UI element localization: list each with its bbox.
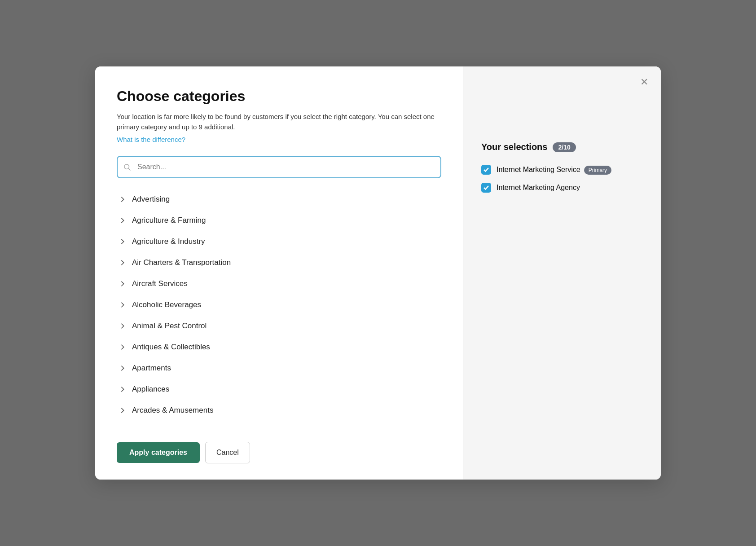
- selection-label: Internet Marketing Service: [497, 166, 580, 173]
- category-item[interactable]: Agriculture & Industry: [117, 231, 441, 252]
- category-item[interactable]: Arcades & Amusements: [117, 400, 441, 421]
- modal-footer: Apply categories Cancel: [117, 431, 441, 463]
- search-container: [117, 156, 441, 178]
- primary-badge: Primary: [584, 166, 611, 175]
- category-item[interactable]: Appliances: [117, 379, 441, 400]
- category-item[interactable]: Animal & Pest Control: [117, 316, 441, 337]
- modal-right-panel: ✕ Your selections 2/10 Internet Marketin…: [463, 66, 661, 480]
- category-item[interactable]: Advertising: [117, 189, 441, 210]
- category-item[interactable]: Aircraft Services: [117, 273, 441, 295]
- modal-left-panel: Choose categories Your location is far m…: [95, 66, 463, 480]
- search-input[interactable]: [117, 156, 441, 178]
- svg-line-1: [128, 168, 130, 170]
- modal-title: Choose categories: [117, 88, 441, 105]
- category-label: Arcades & Amusements: [132, 406, 213, 415]
- what-is-link[interactable]: What is the difference?: [117, 136, 441, 143]
- category-label: Animal & Pest Control: [132, 321, 207, 330]
- category-label: Alcoholic Beverages: [132, 300, 201, 309]
- chevron-right-icon: [120, 386, 125, 392]
- selection-checkbox[interactable]: [481, 165, 491, 175]
- category-label: Apartments: [132, 364, 171, 373]
- apply-button[interactable]: Apply categories: [117, 442, 200, 463]
- category-label: Aircraft Services: [132, 279, 188, 288]
- chevron-right-icon: [120, 281, 125, 287]
- chevron-right-icon: [120, 260, 125, 266]
- modal-overlay: Choose categories Your location is far m…: [90, 57, 666, 489]
- modal-dialog: Choose categories Your location is far m…: [95, 66, 661, 480]
- chevron-right-icon: [120, 196, 125, 203]
- selections-title: Your selections: [481, 142, 547, 152]
- modal-description: Your location is far more likely to be f…: [117, 112, 441, 132]
- selections-header: Your selections 2/10: [481, 142, 643, 152]
- svg-point-0: [124, 164, 129, 169]
- category-item[interactable]: Alcoholic Beverages: [117, 295, 441, 316]
- chevron-right-icon: [120, 407, 125, 414]
- category-label: Agriculture & Farming: [132, 216, 206, 225]
- chevron-right-icon: [120, 344, 125, 350]
- selection-label: Internet Marketing Agency: [497, 184, 580, 191]
- category-item[interactable]: Air Charters & Transportation: [117, 252, 441, 273]
- chevron-right-icon: [120, 302, 125, 308]
- close-button[interactable]: ✕: [640, 77, 648, 87]
- chevron-right-icon: [120, 238, 125, 245]
- category-label: Antiques & Collectibles: [132, 343, 210, 352]
- selections-count-badge: 2/10: [553, 142, 576, 152]
- selections-list: Internet Marketing ServicePrimaryInterne…: [481, 165, 643, 193]
- category-item[interactable]: Apartments: [117, 358, 441, 379]
- category-label: Advertising: [132, 195, 170, 204]
- chevron-right-icon: [120, 323, 125, 329]
- search-icon: [123, 163, 131, 171]
- category-label: Agriculture & Industry: [132, 237, 205, 246]
- selection-checkbox[interactable]: [481, 183, 491, 193]
- category-item[interactable]: Antiques & Collectibles: [117, 337, 441, 358]
- chevron-right-icon: [120, 365, 125, 371]
- category-list: AdvertisingAgriculture & FarmingAgricult…: [117, 189, 447, 431]
- selection-item: Internet Marketing ServicePrimary: [481, 165, 643, 175]
- category-label: Appliances: [132, 385, 169, 394]
- chevron-right-icon: [120, 217, 125, 224]
- cancel-button[interactable]: Cancel: [205, 442, 250, 463]
- selection-item: Internet Marketing Agency: [481, 183, 643, 193]
- category-item[interactable]: Agriculture & Farming: [117, 210, 441, 231]
- category-label: Air Charters & Transportation: [132, 258, 231, 267]
